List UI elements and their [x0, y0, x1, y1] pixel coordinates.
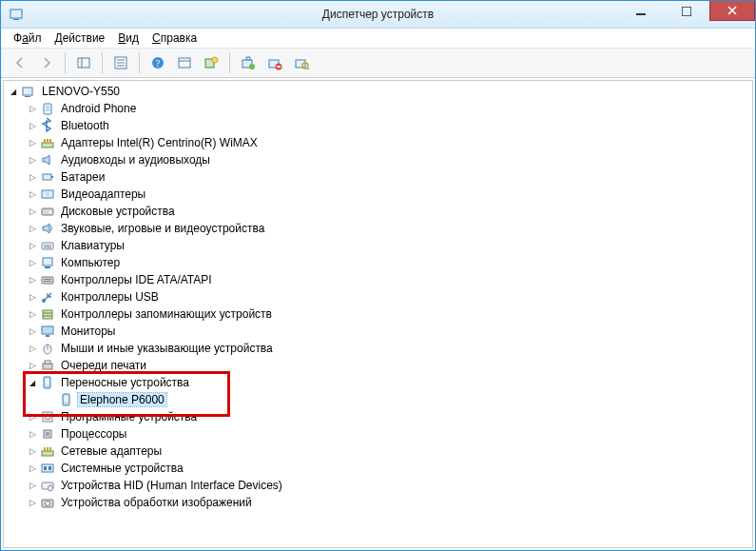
back-button[interactable]	[8, 50, 32, 75]
svg-rect-24	[23, 88, 32, 95]
tree-category[interactable]: ▷Контроллеры USB	[4, 288, 752, 305]
tree-item-label: Android Phone	[59, 102, 138, 115]
expand-arrow-icon[interactable]: ▷	[27, 188, 38, 200]
tree-category[interactable]: ▷Звуковые, игровые и видеоустройства	[4, 220, 752, 237]
tree-category[interactable]: ▷Устройства HID (Human Interface Devices…	[4, 477, 752, 494]
expand-arrow-icon[interactable]: ▷	[27, 274, 38, 285]
expand-arrow-icon[interactable]: ▷	[27, 291, 38, 303]
expand-arrow-icon[interactable]: ▷	[27, 137, 38, 148]
menu-file[interactable]: Файл	[7, 30, 48, 47]
svg-rect-63	[46, 432, 49, 436]
tree-category[interactable]: ▷Дисковые устройства	[4, 203, 752, 220]
portable-icon	[40, 375, 55, 390]
tree-category[interactable]: ▷Мониторы	[4, 323, 752, 340]
toolbar: ?	[1, 49, 755, 78]
expand-arrow-icon[interactable]: ▷	[27, 120, 38, 131]
app-icon	[9, 7, 24, 22]
battery-icon	[40, 169, 55, 185]
expand-arrow-icon[interactable]: ▷	[27, 411, 38, 423]
expand-arrow-icon[interactable]: ▷	[27, 497, 38, 508]
tree-category[interactable]: ▷Аудиовходы и аудиовыходы	[4, 151, 752, 168]
expand-arrow-icon[interactable]: ▷	[27, 343, 38, 354]
tree-item-label: Батареи	[59, 170, 107, 184]
tree-category[interactable]: ▷Сетевые адаптеры	[4, 443, 752, 460]
net-icon	[40, 443, 55, 459]
svg-rect-70	[48, 466, 51, 470]
tree-item-label: Видеоадаптеры	[59, 187, 147, 201]
svg-rect-12	[179, 58, 190, 68]
tree-category[interactable]: ▷Программные устройства	[4, 408, 752, 425]
cpu-icon	[40, 426, 55, 442]
expand-arrow-icon[interactable]: ▷	[27, 103, 38, 114]
svg-rect-30	[47, 139, 48, 143]
tree-device[interactable]: Elephone P6000	[4, 391, 752, 408]
expand-arrow-icon[interactable]: ▷	[27, 171, 38, 183]
collapse-arrow-icon[interactable]: ◢	[27, 377, 38, 388]
ide-icon	[40, 272, 55, 287]
menu-help[interactable]: Справка	[145, 30, 204, 47]
properties-button[interactable]	[108, 50, 133, 75]
separator	[65, 52, 66, 73]
tree-category[interactable]: ▷Процессоры	[4, 425, 752, 443]
expand-arrow-icon[interactable]: ▷	[27, 154, 38, 166]
expand-arrow-icon[interactable]: ▷	[27, 240, 38, 251]
svg-rect-4	[78, 58, 89, 68]
disable-button[interactable]	[262, 50, 287, 75]
expand-arrow-icon[interactable]: ▷	[27, 360, 38, 371]
svg-rect-65	[44, 447, 46, 451]
update-driver-button[interactable]	[199, 50, 223, 75]
tree-category[interactable]: ▷Клавиатуры	[4, 237, 752, 254]
show-hide-tree-button[interactable]	[71, 50, 96, 75]
close-button[interactable]	[709, 1, 755, 21]
forward-button[interactable]	[34, 50, 59, 75]
tree-category[interactable]: ▷Мыши и иные указывающие устройства	[4, 340, 752, 357]
tree-category[interactable]: ▷Адаптеры Intel(R) Centrino(R) WiMAX	[4, 134, 752, 151]
svg-rect-57	[46, 379, 49, 385]
svg-rect-29	[44, 139, 46, 143]
tree-category[interactable]: ▷Очереди печати	[4, 357, 752, 374]
tree-category[interactable]: ▷Контроллеры IDE ATA/ATAPI	[4, 271, 752, 288]
tree-category[interactable]: ▷Системные устройства	[4, 460, 752, 477]
menu-view[interactable]: Вид	[111, 30, 145, 47]
svg-rect-69	[44, 466, 47, 470]
expand-arrow-icon[interactable]: ▷	[27, 462, 38, 474]
expand-arrow-icon[interactable]: ▷	[27, 480, 38, 491]
maximize-button[interactable]	[664, 1, 709, 22]
tree-category[interactable]: ▷Bluetooth	[4, 117, 752, 134]
tree-category[interactable]: ◢Переносные устройства	[4, 374, 752, 391]
tree-category[interactable]: ▷Устройства обработки изображений	[4, 494, 752, 511]
minimize-button[interactable]	[618, 1, 664, 22]
net-icon	[40, 135, 55, 150]
help-button[interactable]: ?	[145, 50, 170, 75]
expand-arrow-icon[interactable]: ▷	[27, 325, 38, 337]
tree-category[interactable]: ▷Компьютер	[4, 254, 752, 271]
uninstall-button[interactable]	[236, 50, 261, 75]
expand-arrow-icon[interactable]: ▷	[27, 223, 38, 234]
tree-category[interactable]: ▷Android Phone	[4, 100, 752, 117]
expand-arrow-icon[interactable]: ▷	[27, 445, 38, 457]
collapse-arrow-icon[interactable]: ◢	[8, 86, 19, 97]
scan-hardware-button[interactable]	[289, 50, 314, 75]
svg-point-74	[46, 502, 50, 506]
expand-arrow-icon[interactable]: ▷	[27, 428, 38, 440]
svg-point-37	[49, 211, 52, 214]
device-tree[interactable]: ◢LENOVO-Y550▷Android Phone▷Bluetooth▷Ада…	[3, 80, 753, 548]
window-buttons	[618, 1, 755, 28]
expand-arrow-icon[interactable]: ▷	[27, 308, 38, 320]
svg-rect-45	[44, 281, 51, 282]
tree-category[interactable]: ▷Батареи	[4, 168, 752, 186]
tree-root-node[interactable]: ◢LENOVO-Y550	[4, 83, 752, 100]
svg-rect-32	[43, 174, 51, 180]
expand-arrow-icon[interactable]: ▷	[27, 257, 38, 268]
menu-action[interactable]: Действие	[48, 30, 112, 47]
disk-icon	[40, 204, 55, 219]
svg-rect-54	[43, 364, 52, 369]
svg-rect-25	[25, 96, 30, 97]
hid-icon	[40, 478, 55, 493]
action-button[interactable]	[172, 50, 197, 75]
expand-arrow-icon[interactable]: ▷	[27, 206, 38, 217]
tree-category[interactable]: ▷Контроллеры запоминающих устройств	[4, 305, 752, 323]
tree-item-label: Контроллеры запоминающих устройств	[59, 307, 274, 321]
root-icon	[21, 84, 36, 99]
tree-category[interactable]: ▷Видеоадаптеры	[4, 186, 752, 203]
